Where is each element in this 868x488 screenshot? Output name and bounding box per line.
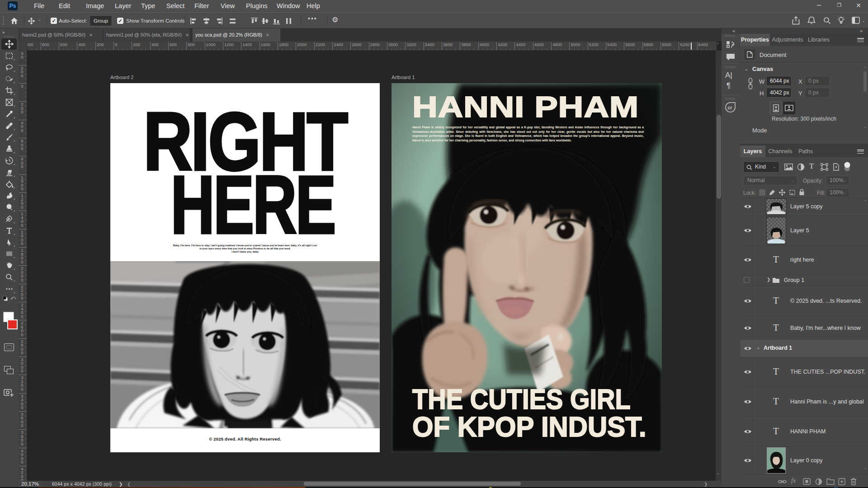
svg-text:cr: cr [728, 105, 732, 110]
